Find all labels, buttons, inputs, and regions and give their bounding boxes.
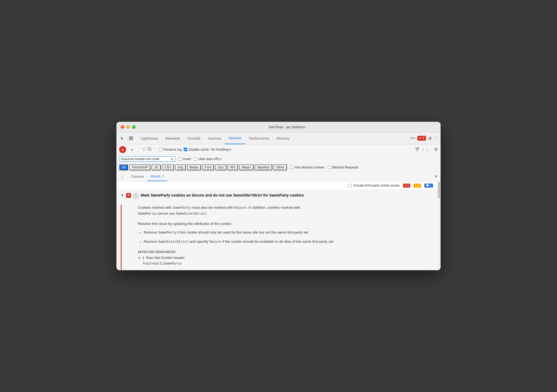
type-img-button[interactable]: Img <box>175 164 186 170</box>
issue-count: 1 <box>133 193 139 198</box>
secure-code: Secure <box>234 206 246 210</box>
issue-row[interactable]: ▼ ✕ 1 Mark SameParty cookies as Secure a… <box>116 190 437 201</box>
issue-detail: Cookies marked with SameParty must also … <box>121 205 437 271</box>
scrollbar[interactable] <box>437 181 441 271</box>
type-all-button[interactable]: All <box>119 164 128 170</box>
issues-info-count: 1 <box>430 184 432 187</box>
tab-performance[interactable]: Performance <box>245 132 273 144</box>
kebab-menu-icon[interactable]: ⋮ <box>434 136 438 141</box>
hide-data-urls-checkbox[interactable] <box>194 157 197 161</box>
issue-resolve-text: Resolve this issue by updating the attri… <box>138 221 433 227</box>
issue-bullet-1: → Remove SameParty if the cookie should … <box>138 230 433 236</box>
blocked-requests-checkbox[interactable] <box>328 165 331 169</box>
issues-info-badge: 💬 1 <box>424 184 433 188</box>
type-media-button[interactable]: Media <box>187 164 201 170</box>
filter-bar: ✕ Invert Hide data URLs <box>116 155 441 163</box>
filter-clear-button[interactable]: ✕ <box>170 157 174 161</box>
resource-row[interactable]: ▼ 1 Raw Set-Cookie header <box>138 256 433 260</box>
panel-close-button[interactable]: ✕ <box>434 174 438 179</box>
disable-cache-label[interactable]: Disable cache <box>184 148 209 151</box>
preserve-log-label[interactable]: Preserve log <box>159 148 182 151</box>
tab-network[interactable]: Network <box>225 132 245 144</box>
issues-error-count: 1 <box>407 184 409 187</box>
type-other-button[interactable]: Other <box>273 164 287 170</box>
filter-input[interactable] <box>121 157 169 161</box>
type-fetch-xhr-button[interactable]: Fetch/XHR <box>129 164 150 170</box>
nav-icon-group <box>119 134 135 142</box>
third-party-label[interactable]: Include third-party cookie issues <box>348 184 400 187</box>
resource-expand-icon[interactable]: ▼ <box>138 256 141 259</box>
type-css-button[interactable]: CSS <box>162 164 174 170</box>
tab-issues-panel[interactable]: Issues × <box>147 171 167 181</box>
devtools-nav: Lighthouse Elements Console Sources Netw… <box>116 133 441 144</box>
maximize-button[interactable] <box>132 125 136 129</box>
tab-memory[interactable]: Memory <box>273 132 293 144</box>
cursor-icon[interactable] <box>119 134 126 142</box>
issues-info-icon: 💬 <box>426 184 430 187</box>
resource-count: 1 <box>142 256 145 260</box>
invert-checkbox[interactable] <box>178 157 182 161</box>
type-js-button[interactable]: JS <box>152 164 161 170</box>
samesitestrict-code: SameSite=Strict <box>176 212 206 216</box>
throttle-dropdown[interactable]: No throttling ▾ <box>211 148 231 151</box>
chevron-down-icon: ▾ <box>229 148 231 151</box>
inspect-icon[interactable] <box>127 134 135 142</box>
third-party-checkbox[interactable] <box>348 184 352 187</box>
blocked-requests-label[interactable]: Blocked Requests <box>328 165 358 169</box>
search-icon[interactable] <box>147 147 152 152</box>
issues-container: Include third-party cookie issues ✕ 1 ⚠ … <box>116 181 441 271</box>
stop-button[interactable]: ⊘ <box>128 146 135 153</box>
toolbar-icons: ↑ ↓ ⚙ <box>415 147 438 152</box>
issues-error-badge: ✕ 1 <box>403 184 410 188</box>
panel-tabs: ⋮ Console Issues × ✕ <box>116 172 441 181</box>
wifi-icon[interactable] <box>415 147 420 152</box>
minimize-button[interactable] <box>126 125 130 129</box>
network-settings-icon[interactable]: ⚙ <box>434 147 438 152</box>
issues-tab-close[interactable]: × <box>162 174 164 178</box>
issue-expand-arrow[interactable]: ▼ <box>121 193 124 197</box>
nav-right: ✕ 1 ⚙ ⋮ <box>417 136 438 141</box>
type-manifest-button[interactable]: Manifest <box>255 164 272 170</box>
tab-sources[interactable]: Sources <box>204 132 225 144</box>
issues-warning-count: 0 <box>418 184 420 187</box>
tab-console[interactable]: Console <box>184 132 204 144</box>
panel-options-icon[interactable]: ⋮ <box>119 173 126 180</box>
tab-lighthouse[interactable]: Lighthouse <box>137 132 162 144</box>
type-filters: All Fetch/XHR JS CSS Img Media Font Doc … <box>116 163 441 172</box>
affected-resources: AFFECTED RESOURCES ▼ 1 Raw Set-Cookie he… <box>138 250 433 266</box>
upload-icon[interactable]: ↑ <box>422 147 424 152</box>
svg-rect-1 <box>129 138 131 140</box>
resource-value: Foo2=bar2;SameParty <box>143 262 433 266</box>
svg-rect-3 <box>131 138 133 140</box>
error-badge[interactable]: ✕ 1 <box>417 136 426 141</box>
type-font-button[interactable]: Font <box>202 164 214 170</box>
issue-body: Cookies marked with SameParty must also … <box>138 205 433 217</box>
download-icon[interactable]: ↓ <box>426 147 428 152</box>
issues-toolbar: Include third-party cookie issues ✕ 1 ⚠ … <box>116 181 437 190</box>
preserve-log-checkbox[interactable] <box>159 148 162 151</box>
more-tabs-button[interactable]: >> <box>408 134 418 143</box>
has-blocked-cookies-checkbox[interactable] <box>290 165 294 169</box>
hide-data-urls-label[interactable]: Hide data URLs <box>194 157 222 161</box>
issues-warning-badge: ⚠ 0 <box>414 184 421 188</box>
invert-label[interactable]: Invert <box>178 157 191 161</box>
bullet-1-code: SameParty <box>158 231 177 235</box>
devtools-window: DevTools - jec.fyi/demo Lighthouse Eleme… <box>116 122 441 271</box>
type-wasm-button[interactable]: Wasm <box>239 164 254 170</box>
tab-elements[interactable]: Elements <box>162 132 184 144</box>
settings-icon[interactable]: ⚙ <box>428 136 432 141</box>
filter-input-wrapper: ✕ <box>119 156 175 162</box>
close-button[interactable] <box>121 125 124 129</box>
type-ws-button[interactable]: WS <box>227 164 238 170</box>
has-blocked-cookies-label[interactable]: Has blocked cookies <box>290 165 324 169</box>
disable-cache-checkbox[interactable] <box>184 148 187 151</box>
resource-label: Raw Set-Cookie header <box>146 256 184 260</box>
bullet-2-arrow: → <box>138 239 142 245</box>
scrollbar-thumb[interactable] <box>438 182 440 198</box>
svg-point-4 <box>148 147 151 150</box>
filter-icon[interactable]: ▽ <box>142 147 145 152</box>
svg-rect-2 <box>131 137 133 138</box>
record-button[interactable]: ● <box>119 146 126 153</box>
type-doc-button[interactable]: Doc <box>215 164 226 170</box>
tab-console-panel[interactable]: Console <box>128 171 147 181</box>
